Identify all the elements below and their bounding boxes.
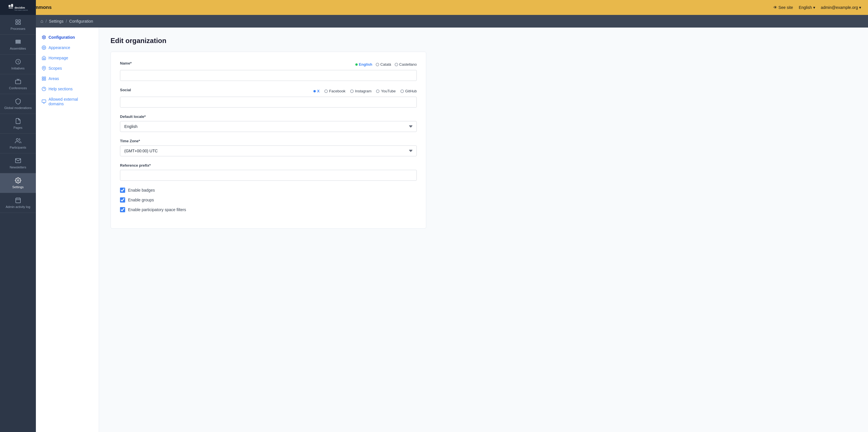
left-nav-item-scopes[interactable]: Scopes [36,63,99,73]
lang-label-english: English [359,62,372,67]
lang-tab-catala[interactable]: Català [376,62,391,67]
decidim-logo: decidim free open-source democracy [8,3,28,12]
timezone-group: Time Zone* (GMT+00:00) UTC (GMT+01:00) P… [120,139,417,156]
social-tab-github[interactable]: GitHub [400,89,417,93]
breadcrumb-separator: / [66,19,67,24]
social-radio-youtube [376,90,379,93]
enable-participatory-filters-group: Enable participatory space filters [120,207,417,212]
sidebar-item-processes[interactable]: Processes [0,15,36,35]
svg-point-23 [42,45,45,49]
social-tab-x[interactable]: X [313,89,320,93]
name-input[interactable]: Annares Commons [120,70,417,81]
social-tabs: X Facebook Instagram YouTube [313,89,417,93]
social-label-github: GitHub [405,89,417,93]
sidebar: decidim free open-source democracy Proce… [0,0,36,432]
sidebar-item-global-moderations[interactable]: Global moderations [0,94,36,114]
sidebar-item-label: Assemblies [10,47,26,50]
left-nav-item-help-sections[interactable]: Help sections [36,84,99,94]
sidebar-logo: decidim free open-source democracy [0,0,36,15]
enable-badges-label: Enable badges [128,188,155,193]
sidebar-item-assemblies[interactable]: Assemblies [0,35,36,55]
lang-label-castellano: Castellano [399,62,417,67]
user-menu[interactable]: admin@example.org ▾ [821,5,861,10]
svg-rect-11 [16,43,20,43]
svg-rect-10 [16,41,20,42]
svg-text:free open-source democracy: free open-source democracy [14,9,28,11]
social-dot-x [313,90,316,92]
sidebar-item-settings[interactable]: Settings [0,173,36,193]
default-locale-select[interactable]: English Català Castellano [120,121,417,132]
svg-point-29 [43,67,44,69]
social-tab-facebook[interactable]: Facebook [324,89,346,93]
left-nav-item-areas[interactable]: Areas [36,73,99,84]
svg-rect-8 [19,23,20,24]
svg-rect-6 [19,20,20,22]
default-locale-label: Default locale* [120,114,417,119]
sidebar-item-conferences[interactable]: Conferences [0,74,36,94]
sidebar-item-label: Processes [11,27,25,30]
social-label-youtube: YouTube [381,89,396,93]
svg-rect-31 [44,77,45,78]
social-field-group: Social X Facebook Instagram [120,88,417,107]
left-nav-item-label: Homepage [49,56,68,60]
svg-rect-32 [42,79,43,80]
eye-icon: 👁 [773,5,777,10]
svg-point-16 [16,138,18,140]
language-selector[interactable]: English ▾ [799,5,815,10]
svg-rect-15 [15,80,20,84]
home-icon: ⌂ [40,19,43,24]
chevron-down-icon: ▾ [813,5,815,10]
sidebar-item-label: Newsletters [10,166,26,169]
social-tab-youtube[interactable]: YouTube [376,89,396,93]
svg-rect-0 [8,5,10,7]
lang-tab-english[interactable]: English [355,62,372,67]
enable-groups-checkbox[interactable] [120,197,125,202]
left-nav-item-label: Help sections [49,87,73,91]
social-radio-github [400,90,404,93]
svg-rect-30 [42,77,43,78]
social-input[interactable]: annares [120,97,417,107]
svg-rect-36 [42,100,45,102]
lang-label-catala: Català [380,62,391,67]
breadcrumb-settings[interactable]: Settings [49,19,64,24]
sidebar-item-admin-activity-log[interactable]: Admin activity log [0,193,36,213]
sidebar-item-label: Initiatives [11,67,25,70]
reference-prefix-input[interactable]: ANNARES [120,170,417,181]
breadcrumb-current: Configuration [69,19,93,24]
svg-point-17 [17,179,19,181]
enable-badges-checkbox[interactable] [120,188,125,193]
sidebar-item-newsletters[interactable]: Newsletters [0,154,36,173]
left-nav-item-label: Scopes [49,66,62,71]
lang-radio-castellano [395,63,398,66]
sidebar-navigation: Processes Assemblies Initiatives Confere… [0,15,36,213]
left-nav-item-appearance[interactable]: Appearance [36,42,99,53]
social-label-facebook: Facebook [329,89,346,93]
left-nav-item-configuration[interactable]: Configuration [36,32,99,42]
left-nav-item-homepage[interactable]: Homepage [36,53,99,63]
left-nav-item-allowed-external-domains[interactable]: Allowed external domains [36,94,99,109]
svg-point-22 [43,37,44,38]
sidebar-item-label: Conferences [9,86,27,90]
breadcrumb-separator: / [45,19,47,24]
sidebar-item-participants[interactable]: Participants [0,134,36,154]
breadcrumb-bar: ⌂ / Settings / Configuration [36,15,868,28]
enable-groups-group: Enable groups [120,197,417,202]
sidebar-item-pages[interactable]: Pages [0,114,36,134]
checkboxes-group: Enable badges Enable groups Enable parti… [120,188,417,212]
sidebar-item-label: Participants [10,146,26,149]
left-nav-item-label: Appearance [49,45,70,50]
svg-rect-7 [16,23,17,24]
svg-rect-5 [16,20,17,22]
social-tab-instagram[interactable]: Instagram [350,89,372,93]
form-card: Name* English Català Castellano [111,52,426,229]
svg-rect-33 [44,79,45,80]
sidebar-item-initiatives[interactable]: Initiatives [0,55,36,74]
left-nav-item-label: Configuration [49,35,75,40]
enable-participatory-filters-checkbox[interactable] [120,207,125,212]
sidebar-item-label: Settings [12,185,24,189]
lang-tab-castellano[interactable]: Castellano [395,62,417,67]
timezone-select[interactable]: (GMT+00:00) UTC (GMT+01:00) Paris (GMT-0… [120,145,417,156]
left-nav-item-label: Areas [49,76,59,81]
sidebar-item-label: Global moderations [4,106,32,109]
see-site-link[interactable]: 👁 See site [773,5,793,10]
